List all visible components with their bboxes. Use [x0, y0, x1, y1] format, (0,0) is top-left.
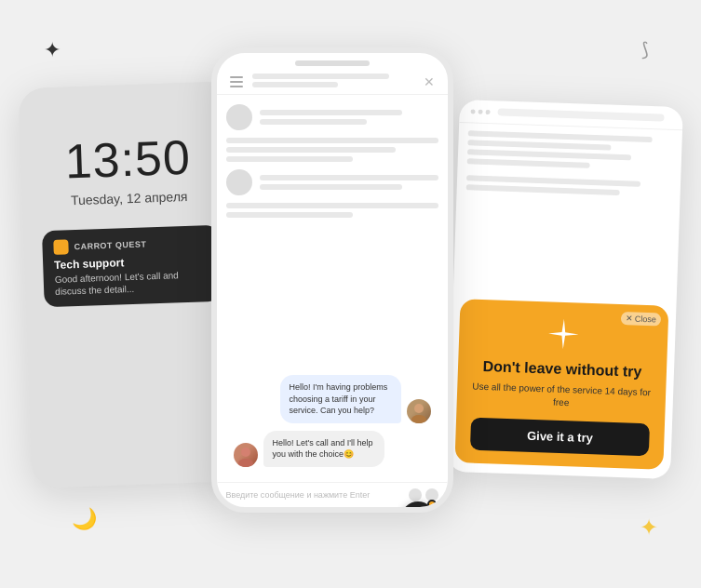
- notif-app-name: CARROT QUEST: [74, 239, 146, 251]
- feed-row-3: [226, 169, 438, 195]
- svg-point-2: [411, 415, 426, 423]
- svg-rect-0: [56, 242, 65, 251]
- user-avatar-male: [407, 399, 431, 423]
- chat-emoji-icon[interactable]: [409, 488, 422, 501]
- sparkle-bottom-left: 🌙: [72, 507, 97, 531]
- user-avatar-female: [234, 443, 258, 467]
- notif-body: Good afternoon! Let's call and discuss t…: [54, 268, 209, 298]
- message-2: Hello! Let's call and I'll help you with…: [234, 431, 431, 467]
- popup-subtitle: Use all the power of the service 14 days…: [471, 381, 651, 413]
- popup-modal: ✕ Close Don't leave without try Use all …: [454, 299, 668, 470]
- feed-avatar-2: [226, 169, 252, 195]
- phone-right: ✕ Close Don't leave without try Use all …: [447, 100, 683, 479]
- message-1: Hello! I'm having problems choosing a ta…: [234, 375, 431, 423]
- svg-point-4: [238, 459, 253, 467]
- page-content: ✕ Close Don't leave without try Use all …: [447, 123, 682, 479]
- popup-diamond-icon: [546, 316, 580, 351]
- message-2-text: Hello! Let's call and I'll help you with…: [263, 431, 384, 467]
- chat-header: ✕: [217, 66, 448, 95]
- scene: ⟆ 🌙 ✦ 13:50 Tuesday, 12 апреля CARROT QU…: [25, 29, 677, 559]
- hamburger-icon[interactable]: [230, 76, 243, 87]
- svg-point-3: [241, 448, 250, 457]
- give-it-a-try-button[interactable]: Give it a try: [469, 418, 649, 457]
- feed-avatar-1: [226, 104, 252, 130]
- chat-input-placeholder[interactable]: Введите сообщение и нажмите Enter: [226, 490, 403, 500]
- notification-card: CARROT QUEST Tech support Good afternoon…: [41, 225, 221, 308]
- close-icon[interactable]: ✕: [424, 74, 435, 89]
- notif-icon: [53, 239, 69, 255]
- popup-title: Don't leave without try: [482, 357, 642, 381]
- unread-dot: [427, 500, 437, 507]
- feed-row-4: [226, 203, 438, 218]
- popup-close-button[interactable]: ✕ Close: [620, 312, 660, 326]
- svg-point-1: [414, 404, 424, 413]
- chat-feed-area: Hello! I'm having problems choosing a ta…: [217, 95, 448, 482]
- lock-date: Tuesday, 12 апреля: [40, 188, 217, 209]
- sparkle-top-right: ⟆: [641, 38, 649, 60]
- feed-row-1: [226, 104, 438, 130]
- close-label: Close: [634, 314, 655, 324]
- message-1-text: Hello! I'm having problems choosing a ta…: [280, 375, 401, 423]
- phone-center: ✕: [211, 47, 453, 513]
- close-x-icon: ✕: [625, 314, 632, 323]
- address-bar: [497, 108, 664, 121]
- feed-row-2: [226, 138, 438, 162]
- sparkle-bottom-right: ✦: [640, 514, 658, 541]
- chat-messages: Hello! I'm having problems choosing a ta…: [226, 369, 438, 473]
- lock-time: 13:50: [38, 128, 217, 191]
- sparkle-top-left: [44, 38, 61, 62]
